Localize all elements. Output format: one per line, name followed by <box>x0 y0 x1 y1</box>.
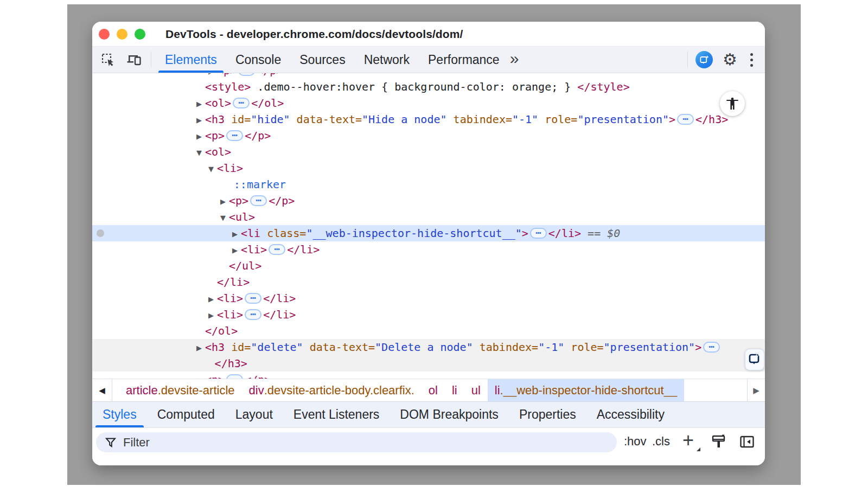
accessibility-overlay-icon[interactable] <box>720 91 745 116</box>
collapsed-content-icon[interactable]: ⋯ <box>226 130 243 141</box>
devtools-toolbar: ElementsConsoleSourcesNetworkPerformance… <box>92 46 765 73</box>
dom-tree-row[interactable]: </li> <box>92 274 765 290</box>
dom-tree-row[interactable]: ▶<ol>⋯</ol> <box>92 95 765 111</box>
breadcrumb-item[interactable]: ol <box>422 379 445 401</box>
new-style-rule-button[interactable]: + <box>682 429 694 452</box>
rendering-emulation-icon[interactable] <box>711 434 727 452</box>
code-segment-av: "__web-inspector-hide-shortcut__" <box>306 227 521 240</box>
sidebar-tab-styles[interactable]: Styles <box>92 402 147 427</box>
filter-field[interactable] <box>96 432 617 452</box>
dom-tree-row[interactable]: ▶<li>⋯</li> <box>92 306 765 323</box>
sidebar-tab-accessibility[interactable]: Accessibility <box>586 402 675 427</box>
code-segment-tg: <li> <box>241 243 267 256</box>
collapsed-content-icon[interactable]: ⋯ <box>677 114 694 125</box>
breadcrumb-item[interactable]: li.__web-inspector-hide-shortcut__ <box>488 379 684 401</box>
dom-tree-row[interactable]: ▶<li>⋯</li> <box>92 290 765 306</box>
dom-tree-row[interactable]: ▼<ul> <box>92 209 765 225</box>
sidebar-tab-dom-breakpoints[interactable]: DOM Breakpoints <box>390 402 509 427</box>
breadcrumb-item[interactable]: article.devsite-article <box>119 379 242 401</box>
breadcrumb-item[interactable]: ul <box>464 379 488 401</box>
breadcrumb-item[interactable]: li <box>445 379 464 401</box>
tab-console[interactable]: Console <box>226 47 290 73</box>
zoom-window-button[interactable] <box>135 29 145 40</box>
tab-elements[interactable]: Elements <box>156 47 226 73</box>
breadcrumb-item[interactable]: div.devsite-article-body.clearfix. <box>242 379 422 401</box>
expand-arrow-icon[interactable]: ▶ <box>232 242 241 259</box>
settings-gear-icon[interactable]: ⚙ <box>723 52 737 68</box>
tab-network[interactable]: Network <box>355 47 419 73</box>
expand-arrow-icon[interactable]: ▶ <box>196 373 205 379</box>
dom-tree-row[interactable]: ▶<h3 id="delete" data-text="Delete a nod… <box>92 339 765 355</box>
toggle-element-state-button[interactable]: :hov <box>624 434 647 449</box>
collapsed-content-icon[interactable]: ⋯ <box>233 98 250 108</box>
expand-arrow-icon[interactable]: ▶ <box>196 96 205 112</box>
breadcrumb-scroll-right-button[interactable]: ▶ <box>747 379 765 401</box>
dom-tree-row[interactable]: ▶<p>⋯</p> <box>92 193 765 209</box>
gutter-marker-dot <box>97 229 104 237</box>
code-segment-at: data-text= <box>303 341 375 354</box>
code-segment-tg: </p> <box>269 194 295 207</box>
tab-performance[interactable]: Performance <box>419 47 509 73</box>
dom-tree-row[interactable]: </h3> <box>92 355 765 372</box>
collapsed-content-icon[interactable]: ⋯ <box>530 228 547 239</box>
expand-arrow-icon[interactable]: ▶ <box>220 194 229 210</box>
code-segment-tg: <li> <box>217 308 243 321</box>
dom-tree-row[interactable]: </ul> <box>92 258 765 274</box>
breadcrumb-tag: li <box>452 383 457 398</box>
breadcrumb-tag: li <box>495 383 500 398</box>
expand-arrow-icon[interactable]: ▶ <box>208 291 217 308</box>
code-segment-at: tabindex= <box>473 341 538 354</box>
dom-tree-row[interactable]: </ol> <box>92 323 765 339</box>
sidebar-tab-properties[interactable]: Properties <box>509 402 586 427</box>
expand-arrow-icon[interactable]: ▶ <box>196 129 205 145</box>
kebab-menu-icon[interactable] <box>750 53 753 67</box>
ai-assistance-badge-icon[interactable] <box>745 349 764 370</box>
breadcrumb-scroll-left-button[interactable]: ◀ <box>92 379 112 401</box>
collapsed-content-icon[interactable]: ⋯ <box>245 309 261 320</box>
device-toolbar-icon[interactable] <box>126 52 142 68</box>
window-title: DevTools - developer.chrome.com/docs/dev… <box>165 28 463 41</box>
expand-arrow-icon[interactable]: ▶ <box>196 112 205 129</box>
dom-tree-row[interactable]: ▼<ol> <box>92 144 765 160</box>
minimize-window-button[interactable] <box>117 29 127 40</box>
dom-tree-row[interactable]: ▶<h3 id="hide" data-text="Hide a node" t… <box>92 111 765 127</box>
collapse-arrow-icon[interactable]: ▼ <box>196 145 205 161</box>
collapsed-content-icon[interactable]: ⋯ <box>226 374 243 379</box>
expand-arrow-icon[interactable]: ▶ <box>208 308 217 324</box>
code-segment-at: class= <box>260 227 306 240</box>
dom-tree-row[interactable]: <style> .demo--hover:hover { background-… <box>92 79 765 95</box>
sidebar-tab-event-listeners[interactable]: Event Listeners <box>283 402 390 427</box>
code-segment-tg: </ol> <box>205 324 238 337</box>
more-tabs-icon[interactable]: » <box>509 49 525 70</box>
sidebar-tab-layout[interactable]: Layout <box>225 402 283 427</box>
collapse-arrow-icon[interactable]: ▼ <box>220 210 229 226</box>
collapsed-content-icon[interactable]: ⋯ <box>703 342 720 353</box>
filter-input[interactable] <box>123 436 590 450</box>
element-classes-button[interactable]: .cls <box>652 434 670 449</box>
code-segment-tg: > <box>669 113 675 126</box>
expand-arrow-icon[interactable]: ▶ <box>232 226 241 242</box>
dom-tree-row[interactable]: ▶<p>⋯</p> <box>92 372 765 379</box>
collapsed-content-icon[interactable]: ⋯ <box>245 293 261 304</box>
expand-arrow-icon[interactable]: ▶ <box>196 340 205 356</box>
code-segment-tg: </p> <box>245 373 271 379</box>
dom-tree-row[interactable]: ▼<li> <box>92 160 765 176</box>
code-segment-tg: </ol> <box>251 97 284 110</box>
dom-tree-row[interactable]: ▶<li class="__web-inspector-hide-shortcu… <box>92 225 765 241</box>
inspect-element-icon[interactable] <box>100 52 116 68</box>
code-segment-av: "-1" <box>512 113 538 126</box>
dom-tree-row[interactable]: ▶<p>⋯</p> <box>92 127 765 144</box>
sidebar-tab-computed[interactable]: Computed <box>147 402 225 427</box>
dom-tree-row[interactable]: ::marker <box>92 176 765 193</box>
tab-sources[interactable]: Sources <box>290 47 354 73</box>
collapse-arrow-icon[interactable]: ▼ <box>208 161 217 177</box>
toggle-sidebar-icon[interactable] <box>739 434 755 452</box>
dom-tree-row[interactable]: ▶<li>⋯</li> <box>92 241 765 258</box>
dom-tree-row[interactable]: ▶<p>⋯</p> <box>92 73 765 79</box>
close-window-button[interactable] <box>99 29 110 40</box>
collapsed-content-icon[interactable]: ⋯ <box>269 244 285 255</box>
code-segment-tg: <ul> <box>229 210 255 223</box>
collapsed-content-icon[interactable]: ⋯ <box>238 73 255 76</box>
collapsed-content-icon[interactable]: ⋯ <box>250 195 267 206</box>
ai-assistance-icon[interactable] <box>695 51 713 68</box>
